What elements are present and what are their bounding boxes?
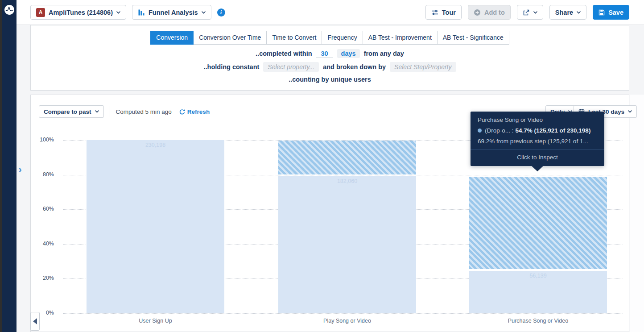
completed-within-label: ..completed within: [256, 50, 312, 57]
computed-timestamp: Computed 5 min ago: [116, 108, 172, 115]
x-axis-label: Purchase Song or Video: [469, 318, 607, 324]
bar-value-label: 182,060: [278, 178, 416, 184]
tooltip-cta[interactable]: Click to Inspect: [471, 149, 604, 166]
project-name: AmpliTunes (214806): [49, 9, 113, 16]
tab-conversion[interactable]: Conversion: [150, 31, 194, 45]
right-gutter: [630, 95, 644, 332]
analysis-type-label: Funnel Analysis: [149, 9, 198, 16]
scroll-left-button[interactable]: [30, 312, 40, 331]
chevron-down-icon: [116, 11, 120, 14]
tooltip-value: 54.7% (125,921 of 230,198): [516, 127, 591, 134]
funnel-bar-dropoff[interactable]: [278, 141, 416, 174]
tour-button[interactable]: Tour: [425, 5, 462, 20]
funnel-bar-converted[interactable]: 56,139: [469, 271, 607, 313]
broken-down-by-select[interactable]: Select Step/Property: [390, 62, 456, 72]
conversion-window-unit[interactable]: days: [337, 49, 360, 58]
tune-sliders-icon: [431, 9, 438, 16]
y-axis-tick: 100%: [31, 137, 54, 143]
project-selector[interactable]: A AmpliTunes (214806): [30, 5, 126, 20]
funnel-bar-converted[interactable]: 230,198: [87, 140, 224, 313]
funnel-bar-converted[interactable]: 182,060: [278, 176, 416, 313]
tab-bar: ConversionConversion Over TimeTime to Co…: [31, 31, 629, 45]
amplitude-logo-icon[interactable]: [4, 5, 14, 15]
holding-constant-label: ..holding constant: [203, 63, 259, 71]
export-button[interactable]: [517, 5, 543, 20]
plus-circle-icon: [474, 9, 481, 16]
nav-sidebar: [2, 0, 17, 332]
tab-conversion-over-time[interactable]: Conversion Over Time: [193, 31, 267, 45]
chevron-down-icon: [533, 11, 537, 14]
left-triangle-icon: [33, 318, 37, 324]
share-button[interactable]: Share: [549, 5, 586, 20]
analysis-type-selector[interactable]: Funnel Analysis: [132, 5, 211, 20]
top-toolbar: A AmpliTunes (214806) Funnel Analysis i …: [17, 0, 644, 25]
tab-frequency[interactable]: Frequency: [322, 31, 363, 45]
tab-ab-test-significance[interactable]: AB Test - Significance: [437, 31, 509, 45]
y-axis-tick: 80%: [31, 171, 54, 178]
save-button[interactable]: Save: [593, 5, 629, 20]
export-icon: [523, 9, 530, 16]
add-to-button[interactable]: Add to: [468, 5, 511, 20]
gridline: [63, 313, 623, 314]
from-any-day-label: from any day: [364, 50, 404, 57]
broken-down-by-label: and broken down by: [323, 63, 386, 71]
refresh-link[interactable]: Refresh: [179, 108, 210, 115]
info-icon[interactable]: i: [217, 8, 225, 17]
divider: [110, 106, 110, 117]
chevron-down-icon: [95, 110, 99, 113]
tooltip-title: Purchase Song or Video: [478, 116, 597, 123]
holding-constant-select[interactable]: Select property...: [263, 62, 319, 72]
chevron-down-icon: [202, 11, 206, 14]
chart-tooltip[interactable]: Purchase Song or Video (Drop-o... : 54.7…: [471, 112, 604, 166]
panel-expand-chevron[interactable]: ›: [18, 164, 22, 175]
y-axis-tick: 40%: [31, 241, 54, 247]
tab-time-to-convert[interactable]: Time to Convert: [266, 31, 322, 45]
series-bullet-icon: [478, 129, 482, 133]
tooltip-subtext: 69.2% from previous step (125,921 of 1..…: [478, 138, 597, 145]
org-badge: A: [36, 8, 45, 17]
funnel-bar-dropoff[interactable]: [469, 177, 607, 269]
x-axis-label: Play Song or Video: [278, 318, 416, 324]
tab-ab-test-improvement[interactable]: AB Test - Improvement: [363, 31, 438, 45]
funnel-chart-icon: [138, 9, 145, 16]
counting-by-label: ..counting by unique users: [289, 76, 371, 83]
refresh-icon: [179, 109, 185, 115]
chevron-down-icon: [577, 11, 581, 14]
bar-value-label: 230,198: [87, 142, 224, 148]
bar-value-label: 56,139: [469, 273, 607, 279]
x-axis-label: User Sign Up: [87, 318, 224, 324]
y-axis-tick: 20%: [31, 275, 54, 281]
chevron-down-icon: [628, 110, 632, 113]
y-axis-tick: 60%: [31, 206, 54, 212]
compare-to-past-button[interactable]: Compare to past: [39, 105, 104, 118]
tooltip-series-label: (Drop-o... :: [485, 127, 514, 134]
tooltip-arrow: [532, 166, 543, 171]
query-builder-panel: ConversionConversion Over TimeTime to Co…: [30, 25, 629, 91]
save-floppy-icon: [599, 9, 605, 16]
conversion-window-input[interactable]: 30: [316, 50, 333, 58]
